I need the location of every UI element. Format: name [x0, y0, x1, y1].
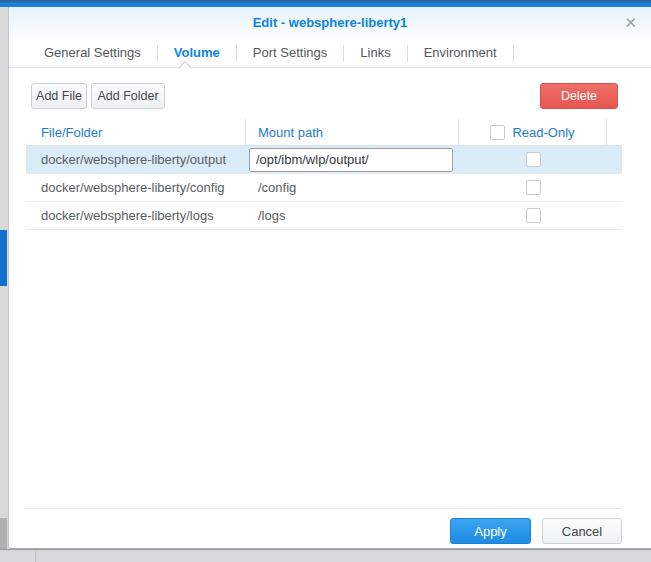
file-folder-cell: docker/websphere-liberty/config	[26, 180, 246, 195]
read-only-checkbox[interactable]	[526, 180, 541, 195]
add-folder-button[interactable]: Add Folder	[91, 83, 165, 109]
apply-button[interactable]: Apply	[450, 518, 531, 544]
mount-path-input[interactable]	[249, 148, 453, 172]
select-all-read-only-checkbox[interactable]	[490, 125, 505, 140]
background-left-edge-dark	[0, 518, 7, 549]
add-file-button[interactable]: Add File	[31, 83, 87, 109]
column-header-read-only: Read-Only	[459, 119, 607, 145]
volume-table: File/Folder Mount path Read-Only docker/…	[26, 119, 622, 230]
cancel-button[interactable]: Cancel	[542, 518, 622, 544]
edit-container-dialog: Edit - websphere-liberty1 ✕ General Sett…	[8, 7, 651, 549]
tab-general-settings[interactable]: General Settings	[28, 40, 157, 67]
read-only-checkbox[interactable]	[526, 208, 541, 223]
background-bottom-edge	[0, 549, 651, 562]
column-header-file-folder[interactable]: File/Folder	[26, 119, 246, 145]
read-only-checkbox[interactable]	[526, 152, 541, 167]
background-window-divider	[35, 551, 36, 562]
tab-volume[interactable]: Volume	[158, 40, 236, 67]
dialog-title: Edit - websphere-liberty1	[9, 7, 651, 39]
read-only-header-label: Read-Only	[512, 125, 574, 140]
footer-divider	[26, 508, 621, 509]
column-header-spacer	[607, 119, 622, 145]
table-row[interactable]: docker/websphere-liberty/output	[26, 146, 622, 174]
mount-path-cell: /config	[246, 180, 459, 195]
tab-divider	[513, 45, 514, 62]
background-sidebar-highlight	[0, 230, 7, 286]
tab-bar: General Settings Volume Port Settings Li…	[9, 40, 651, 68]
mount-path-cell: /logs	[246, 208, 459, 223]
close-icon[interactable]: ✕	[624, 14, 637, 32]
tab-port-settings[interactable]: Port Settings	[237, 40, 343, 67]
tab-environment[interactable]: Environment	[408, 40, 513, 67]
tab-links[interactable]: Links	[344, 40, 406, 67]
column-header-mount-path[interactable]: Mount path	[246, 119, 459, 145]
background-top-bar	[0, 0, 651, 7]
delete-button[interactable]: Delete	[540, 83, 618, 109]
file-folder-cell: docker/websphere-liberty/logs	[26, 208, 246, 223]
dialog-header: Edit - websphere-liberty1 ✕	[9, 7, 651, 40]
table-row[interactable]: docker/websphere-liberty/logs /logs	[26, 202, 622, 230]
table-row[interactable]: docker/websphere-liberty/config /config	[26, 174, 622, 202]
file-folder-cell: docker/websphere-liberty/output	[26, 152, 246, 167]
table-header-row: File/Folder Mount path Read-Only	[26, 119, 622, 146]
